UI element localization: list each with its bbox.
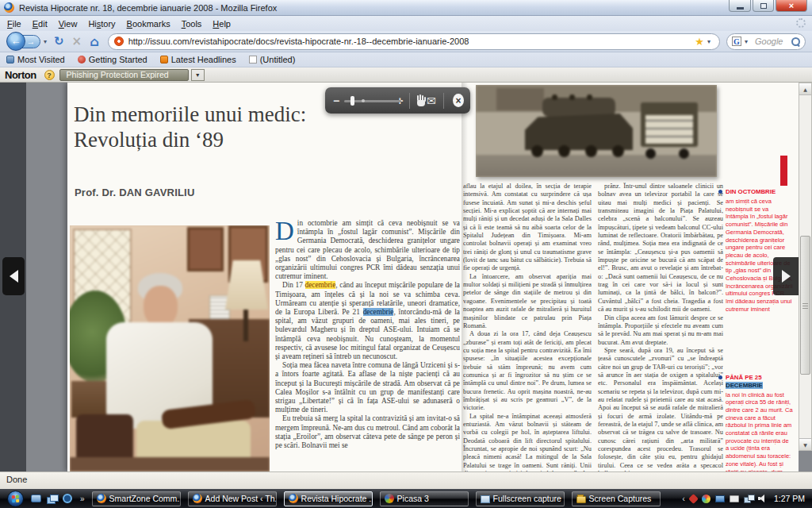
clock[interactable]: 1:27 PM (774, 494, 805, 503)
next-page-button[interactable] (773, 257, 799, 295)
network-icon[interactable] (744, 495, 753, 502)
window-controls: × (729, 0, 807, 12)
left-arrow-icon (10, 270, 18, 283)
history-dropdown-icon[interactable]: ▾ (44, 38, 47, 45)
taskbar-button-picasa[interactable]: Picasa 3 (380, 491, 469, 506)
menu-file[interactable]: File (2, 17, 27, 30)
tray-security-icon[interactable] (688, 494, 699, 504)
window-title: Revista Hipocrate nr. 18, decembrie ianu… (19, 3, 277, 13)
menu-bar: File Edit View History Bookmarks Tools H… (0, 16, 812, 31)
taskbar-button-add-new-post[interactable]: Add New Post ‹ Th... (188, 491, 277, 506)
tray-expand-icon[interactable]: ‹ (682, 494, 685, 503)
picasa-icon (385, 494, 394, 503)
toolbar-divider (443, 93, 444, 109)
menu-bookmarks[interactable]: Bookmarks (121, 17, 176, 30)
restore-button[interactable] (753, 0, 774, 12)
article-column-left: D in octombrie am simțit că ceva neobișn… (275, 219, 460, 471)
taskbar-button-screen-captures[interactable]: Screen Captures (572, 491, 661, 506)
minimize-button[interactable] (729, 0, 751, 12)
stop-button[interactable]: × (72, 34, 82, 48)
taskbar-button-fullscreen-capture[interactable]: Fullscreen capture ... (476, 491, 565, 506)
phishing-protection-button[interactable]: Phishing Protection Expired (59, 69, 189, 81)
scroll-up-button[interactable]: ▲ (799, 83, 811, 95)
sidebar-note-december: PÂNĂ PE 25 DECEMBRIE la noi în clinică a… (718, 374, 793, 471)
google-engine-icon[interactable]: G (732, 37, 741, 46)
taskbar-button-smartzone[interactable]: SmartZone Comm... (92, 491, 181, 506)
author-portrait-photo (70, 225, 270, 471)
bookmark-latest-headlines[interactable]: Latest Headlines (160, 55, 236, 64)
menu-history[interactable]: History (82, 17, 121, 30)
task-label: Fullscreen capture ... (493, 494, 565, 503)
zoom-slider[interactable] (344, 95, 392, 106)
firefox-icon (193, 494, 202, 503)
article-text: in octombrie am simțit că ceva neobișnui… (275, 219, 460, 450)
activity-throbber-icon (796, 18, 806, 28)
quick-launch-app-icon[interactable] (63, 494, 72, 503)
magazine-page-left: Din memoriile unui medic: Revoluția din … (67, 83, 462, 471)
tray-updater-icon[interactable] (702, 495, 710, 503)
help-question-icon[interactable]: ? (44, 70, 55, 80)
scrollbar-thumb[interactable] (800, 236, 810, 375)
slider-thumb[interactable] (350, 96, 354, 106)
bookmark-star-icon[interactable]: ★ (695, 37, 704, 47)
search-box[interactable]: G ▾ Google (726, 33, 806, 50)
zoom-out-button[interactable]: − (333, 95, 339, 106)
url-bar[interactable]: http://issuu.com/revistahipocrate/docs/r… (108, 33, 720, 50)
status-text: Done (6, 475, 27, 484)
back-button[interactable]: ← (6, 32, 25, 51)
norton-toolbar: Norton ? Phishing Protection Expired ▼ (0, 67, 812, 83)
bookmark-untitled[interactable]: (Untitled) (249, 55, 296, 64)
url-dropdown-icon[interactable]: ▾ (707, 38, 710, 45)
window-titlebar[interactable]: Revista Hipocrate nr. 18, decembrie ianu… (0, 0, 812, 16)
show-desktop-icon[interactable] (31, 495, 41, 502)
photo-artwork (476, 85, 717, 177)
pan-hand-icon[interactable] (416, 94, 426, 107)
norton-dropdown-icon[interactable]: ▼ (191, 69, 205, 81)
task-label: Revista Hipocrate ... (301, 494, 373, 503)
close-button[interactable]: × (776, 0, 807, 12)
engine-dropdown-icon[interactable]: ▾ (745, 38, 748, 45)
bookmark-label: Latest Headlines (171, 55, 236, 64)
volume-icon[interactable] (758, 495, 767, 502)
home-button[interactable]: ⌂ (90, 34, 98, 49)
bookmarks-toolbar: Most Visited Getting Started Latest Head… (0, 52, 812, 67)
restore-icon (760, 3, 767, 9)
menu-edit[interactable]: Edit (27, 17, 53, 30)
menu-view[interactable]: View (53, 17, 83, 30)
menu-help[interactable]: Help (207, 17, 236, 30)
issuu-favicon-icon (114, 37, 124, 46)
bookmark-label: Most Visited (17, 55, 65, 64)
url-text[interactable]: http://issuu.com/revistahipocrate/docs/r… (128, 37, 692, 46)
taskbar: » SmartZone Comm... Add New Post ‹ Th...… (0, 489, 812, 508)
slider-tick (362, 99, 365, 102)
taskbar-button-revista-hipocrate[interactable]: Revista Hipocrate ... (284, 491, 373, 506)
tray-monitor-icon[interactable] (730, 495, 739, 502)
bullet-icon (718, 190, 722, 194)
system-tray: ‹ 1:27 PM (682, 494, 812, 503)
previous-page-button[interactable] (2, 257, 25, 295)
search-placeholder[interactable]: Google (755, 37, 791, 46)
page-edge-red-tab (780, 156, 787, 186)
tray-display-icon[interactable] (715, 495, 725, 502)
bookmark-getting-started[interactable]: Getting Started (78, 55, 147, 64)
note-heading: DIN OCTOMBRIE (726, 188, 793, 196)
switch-windows-icon[interactable] (47, 495, 57, 502)
email-share-icon[interactable]: ✉ (427, 95, 436, 106)
menu-tools[interactable]: Tools (176, 17, 208, 30)
bookmark-label: Getting Started (89, 55, 147, 64)
search-icon[interactable] (791, 37, 800, 46)
vertical-scrollbar[interactable]: ▲ ▼ (799, 83, 812, 451)
reload-button[interactable]: ↻ (54, 34, 64, 48)
scroll-down-button[interactable]: ▼ (799, 438, 811, 450)
status-bar: Done (0, 471, 812, 489)
bookmark-most-visited[interactable]: Most Visited (6, 55, 65, 64)
headline-line2: Revoluția din ‘89 (74, 127, 306, 152)
firefox-icon (97, 494, 106, 503)
headline-line1: Din memoriile unui medic: (74, 102, 306, 127)
firefox-icon (289, 494, 298, 503)
quick-launch-overflow-icon[interactable]: » (80, 495, 85, 503)
close-toolbar-icon[interactable]: × (453, 94, 464, 107)
start-button[interactable] (7, 491, 24, 507)
note-body: am simțit că ceva neobișnuit se va întâm… (726, 198, 793, 314)
windows-flag-icon (12, 495, 20, 502)
